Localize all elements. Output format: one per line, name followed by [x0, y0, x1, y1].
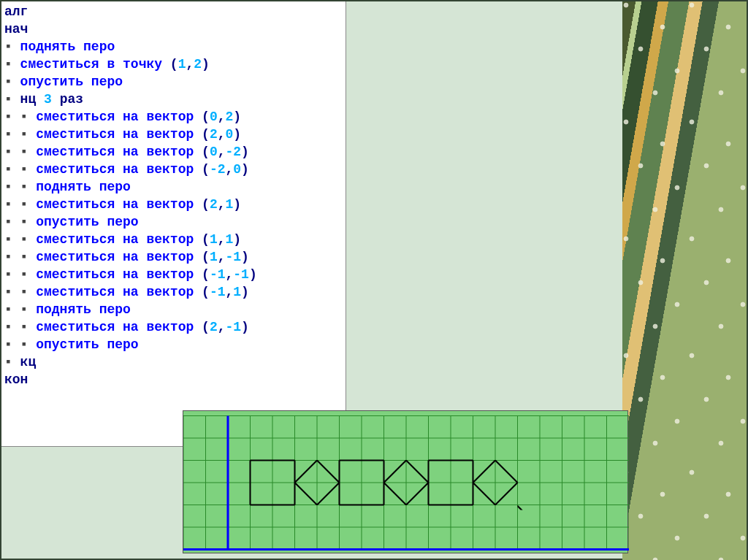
code-token: (	[202, 145, 210, 159]
code-line: ▪ ▪ опустить перо	[4, 213, 343, 231]
code-token: поднять перо	[20, 39, 115, 54]
code-token: ,	[225, 267, 233, 282]
code-token: нач	[4, 22, 28, 37]
code-token: (	[202, 250, 210, 264]
code-token: -2	[210, 162, 226, 177]
code-token: ,	[218, 110, 226, 124]
code-line: ▪ опустить перо	[4, 73, 343, 91]
code-token: сместиться на вектор	[36, 145, 202, 159]
code-token: 1	[210, 250, 218, 264]
code-token: ,	[218, 145, 226, 159]
code-token: кц	[20, 355, 37, 369]
code-line: ▪ ▪ сместиться на вектор (-1,-1)	[4, 266, 343, 283]
code-token: 0	[233, 162, 241, 177]
code-token: 2	[210, 197, 218, 212]
code-token: 2	[194, 57, 202, 72]
code-token: сместиться на вектор	[36, 127, 202, 142]
code-token: )	[241, 145, 249, 159]
code-token: сместиться на вектор	[36, 110, 202, 124]
code-token: 2	[226, 110, 234, 124]
code-token: опустить перо	[36, 215, 138, 229]
code-token: (	[202, 162, 210, 177]
code-token: )	[241, 285, 249, 299]
code-token: -1	[226, 320, 242, 334]
code-line: алг	[4, 3, 343, 20]
code-editor-panel: алгнач▪ поднять перо▪ сместиться в точку…	[1, 1, 346, 447]
code-token: раз	[52, 92, 83, 107]
code-token: )	[233, 110, 241, 124]
code-line: ▪ ▪ поднять перо	[4, 178, 343, 196]
drawing-svg	[183, 411, 629, 554]
code-line: ▪ ▪ сместиться на вектор (0,2)	[4, 108, 343, 126]
code-token: 2	[210, 127, 218, 142]
code-token: ,	[225, 285, 233, 299]
code-token: сместиться в точку	[20, 57, 170, 72]
code-token: сместиться на вектор	[36, 232, 202, 247]
code-token: -2	[226, 145, 242, 159]
code-token: алг	[4, 4, 28, 19]
code-line: ▪ ▪ сместиться на вектор (-1,1)	[4, 283, 343, 301]
code-line: ▪ ▪ сместиться на вектор (2,0)	[4, 126, 343, 143]
code-token: 1	[178, 57, 186, 72]
code-token: сместиться на вектор	[36, 267, 202, 282]
code-token: -1	[233, 267, 249, 282]
code-line: ▪ ▪ сместиться на вектор (1,-1)	[4, 248, 343, 266]
code-token: 0	[210, 110, 218, 124]
code-token: (	[202, 267, 210, 282]
code-line: ▪ нц 3 раз	[4, 91, 343, 108]
code-line: ▪ ▪ сместиться на вектор (0,-2)	[4, 143, 343, 161]
code-token: ,	[218, 320, 226, 334]
code-token: сместиться на вектор	[36, 197, 202, 212]
code-token: (	[202, 110, 210, 124]
code-token: 2	[210, 320, 218, 334]
code-token: ,	[186, 57, 194, 72]
code-token: 1	[226, 197, 234, 212]
code-token: опустить перо	[20, 74, 123, 89]
code-token: 1	[226, 232, 234, 247]
code-token: (	[202, 320, 210, 334]
code-line: кон	[4, 371, 343, 388]
code-line: ▪ ▪ сместиться на вектор (2,-1)	[4, 318, 343, 336]
code-token: (	[202, 232, 210, 247]
code-token: 3	[44, 92, 52, 107]
code-token: )	[233, 197, 241, 212]
code-token: )	[241, 250, 249, 264]
code-token: опустить перо	[36, 337, 138, 352]
code-token: (	[202, 197, 210, 212]
code-token: )	[241, 162, 249, 177]
code-token: ,	[218, 232, 226, 247]
code-line: ▪ ▪ опустить перо	[4, 336, 343, 353]
code-token: кон	[4, 372, 28, 387]
code-token: 1	[233, 285, 241, 299]
fabric-flower-pattern	[622, 1, 747, 560]
code-token: ,	[218, 127, 226, 142]
code-token: -1	[210, 267, 226, 282]
code-token: )	[249, 267, 257, 282]
code-line: ▪ кц	[4, 353, 343, 371]
code-line: нач	[4, 20, 343, 38]
code-line: ▪ сместиться в точку (1,2)	[4, 55, 343, 73]
code-token: )	[233, 232, 241, 247]
draughtsman-canvas	[183, 410, 628, 553]
code-line: ▪ ▪ поднять перо	[4, 301, 343, 318]
code-line: ▪ ▪ сместиться на вектор (2,1)	[4, 196, 343, 213]
code-token: (	[170, 57, 178, 72]
code-line: ▪ ▪ сместиться на вектор (1,1)	[4, 231, 343, 248]
code-token: сместиться на вектор	[36, 285, 202, 299]
code-token: ,	[218, 250, 226, 264]
decorative-fabric-border	[622, 1, 747, 560]
code-token: поднять перо	[36, 180, 131, 194]
code-token: (	[202, 285, 210, 299]
code-token: )	[241, 320, 249, 334]
code-token: )	[202, 57, 210, 72]
code-token: поднять перо	[36, 302, 131, 317]
code-token: сместиться на вектор	[36, 250, 202, 264]
code-token: )	[233, 127, 241, 142]
code-token: ,	[218, 197, 226, 212]
code-token: -1	[210, 285, 226, 299]
code-token: ,	[225, 162, 233, 177]
pen-cursor-icon	[518, 505, 523, 510]
code-token: нц	[20, 92, 44, 107]
code-token: -1	[226, 250, 242, 264]
code-token: (	[202, 127, 210, 142]
